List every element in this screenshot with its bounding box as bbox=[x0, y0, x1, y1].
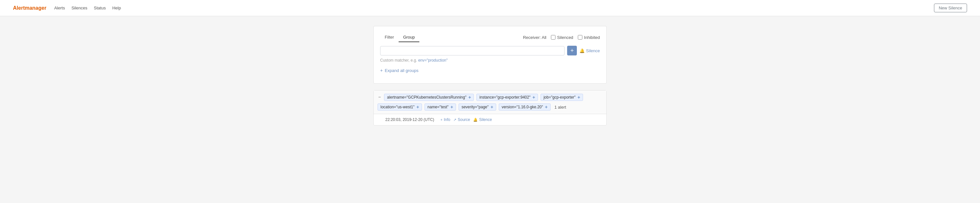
source-chart-icon: ↗ bbox=[453, 118, 456, 122]
hint-prefix: Custom matcher, e.g. bbox=[380, 58, 417, 62]
receiver-label: Receiver: All bbox=[523, 35, 546, 40]
tag-name-value: name="test" bbox=[428, 105, 449, 109]
nav-help[interactable]: Help bbox=[112, 5, 121, 10]
bell-icon: 🔔 bbox=[579, 48, 585, 53]
nav-silences[interactable]: Silences bbox=[71, 5, 87, 10]
tag-alertname-plus[interactable]: + bbox=[468, 95, 471, 100]
inhibited-checkbox-label[interactable]: Inhibited bbox=[578, 35, 600, 40]
tag-alertname: alertname="GCPKubernetesClustersRunning"… bbox=[384, 94, 474, 101]
tag-severity: severity="page" + bbox=[458, 104, 496, 110]
tag-version-value: version="1.16.0-gke.20" bbox=[502, 105, 543, 109]
tag-severity-value: severity="page" bbox=[461, 105, 489, 109]
new-silence-button[interactable]: New Silence bbox=[934, 3, 967, 12]
tag-version-plus[interactable]: + bbox=[545, 104, 548, 110]
alert-time: 22:20:03, 2019-12-20 (UTC) bbox=[385, 117, 437, 122]
collapse-button[interactable]: − bbox=[377, 94, 382, 99]
silence-bell-icon: 🔔 bbox=[473, 118, 478, 122]
inhibited-label: Inhibited bbox=[584, 35, 600, 40]
tab-filter[interactable]: Filter bbox=[380, 33, 399, 42]
tab-bar: Filter Group bbox=[380, 33, 419, 42]
tag-instance: instance="gcp-exporter:9402" + bbox=[476, 94, 538, 101]
tag-instance-plus[interactable]: + bbox=[533, 95, 535, 100]
inhibited-checkbox[interactable] bbox=[578, 35, 582, 40]
hint-example[interactable]: env="production" bbox=[418, 58, 447, 62]
silence-button-inline[interactable]: 🔔 Silence bbox=[579, 48, 600, 53]
tag-name: name="test" + bbox=[425, 104, 456, 110]
filter-card: Filter Group Receiver: All Silenced Inhi… bbox=[373, 26, 607, 84]
alert-count: 1 alert bbox=[555, 105, 566, 110]
page-wrapper: Alertmanager Alerts Silences Status Help… bbox=[0, 0, 980, 203]
tag-name-plus[interactable]: + bbox=[450, 104, 453, 110]
nav-alerts[interactable]: Alerts bbox=[54, 5, 65, 10]
expand-plus-icon: + bbox=[380, 68, 383, 73]
tag-location-plus[interactable]: + bbox=[417, 104, 419, 110]
alert-action-info[interactable]: + Info bbox=[441, 117, 450, 122]
filter-options-row: Receiver: All Silenced Inhibited bbox=[523, 35, 600, 40]
navbar-links: Alerts Silences Status Help bbox=[54, 5, 934, 10]
tag-version: version="1.16.0-gke.20" + bbox=[499, 104, 550, 110]
navbar: Alertmanager Alerts Silences Status Help… bbox=[0, 0, 980, 16]
alert-row: 22:20:03, 2019-12-20 (UTC) + Info ↗ Sour… bbox=[374, 114, 606, 125]
navbar-right: New Silence bbox=[934, 3, 967, 12]
tag-job: job="gcp-exporter" + bbox=[541, 94, 583, 101]
alert-action-source[interactable]: ↗ Source bbox=[453, 117, 470, 122]
search-input[interactable] bbox=[380, 46, 565, 56]
add-matcher-button[interactable]: + bbox=[567, 46, 577, 56]
tag-job-value: job="gcp-exporter" bbox=[544, 95, 576, 99]
silence-label: Silence bbox=[479, 117, 492, 122]
alert-group: − alertname="GCPKubernetesClustersRunnin… bbox=[373, 90, 607, 126]
hint-text: Custom matcher, e.g. env="production" bbox=[380, 58, 600, 62]
tab-group[interactable]: Group bbox=[399, 33, 419, 42]
silence-inline-label: Silence bbox=[586, 48, 600, 53]
search-row: + 🔔 Silence bbox=[380, 46, 600, 56]
info-label: Info bbox=[444, 117, 450, 122]
expand-all-groups[interactable]: + Expand all groups bbox=[380, 68, 600, 73]
info-plus-icon: + bbox=[441, 118, 442, 121]
nav-status[interactable]: Status bbox=[94, 5, 106, 10]
brand-logo: Alertmanager bbox=[13, 5, 46, 11]
tag-location: location="us-west1" + bbox=[377, 104, 422, 110]
main-content: Filter Group Receiver: All Silenced Inhi… bbox=[360, 16, 620, 135]
tag-alertname-value: alertname="GCPKubernetesClustersRunning" bbox=[387, 95, 466, 99]
expand-label: Expand all groups bbox=[385, 68, 418, 73]
tag-instance-value: instance="gcp-exporter:9402" bbox=[479, 95, 530, 99]
source-label: Source bbox=[458, 117, 470, 122]
silenced-checkbox-label[interactable]: Silenced bbox=[551, 35, 573, 40]
tag-severity-plus[interactable]: + bbox=[491, 104, 493, 110]
silenced-checkbox[interactable] bbox=[551, 35, 555, 40]
alert-action-silence[interactable]: 🔔 Silence bbox=[473, 117, 492, 122]
alert-group-header: − alertname="GCPKubernetesClustersRunnin… bbox=[374, 91, 606, 114]
silenced-label: Silenced bbox=[557, 35, 573, 40]
tag-location-value: location="us-west1" bbox=[380, 105, 415, 109]
tag-job-plus[interactable]: + bbox=[578, 95, 580, 100]
